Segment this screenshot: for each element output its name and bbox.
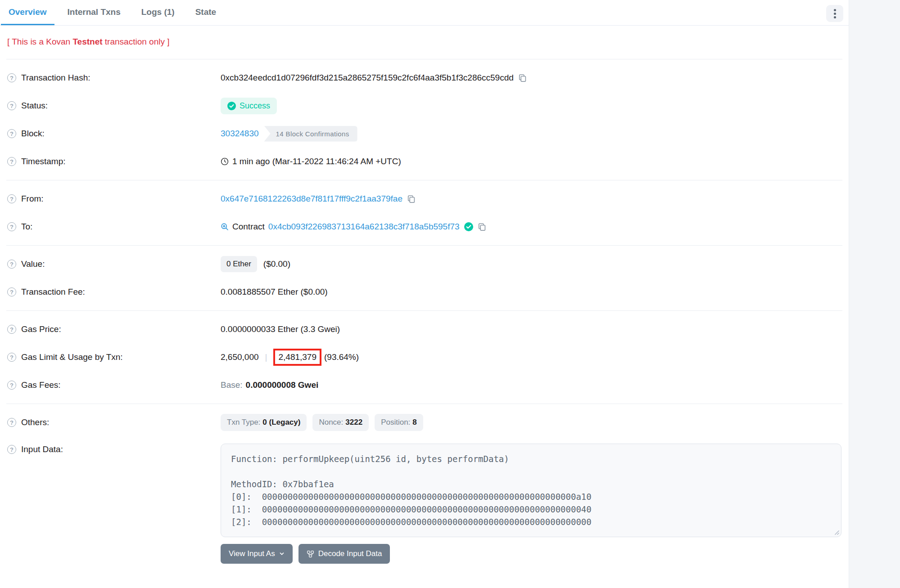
help-icon[interactable]: ?	[7, 260, 16, 269]
timestamp-value: 1 min ago (Mar-11-2022 11:46:24 AM +UTC)	[232, 157, 401, 166]
help-icon[interactable]: ?	[7, 287, 16, 296]
row-to: ? To: Contract 0x4cb093f226983713164a621…	[0, 213, 849, 241]
testnet-notice: [ This is a Kovan Testnet transaction on…	[0, 26, 849, 59]
transaction-fee-value: 0.0081885507 Ether ($0.00)	[221, 287, 328, 297]
base-fee-value: 0.000000008 Gwei	[246, 380, 319, 390]
chevron-down-icon	[279, 551, 285, 557]
txn-type-badge: Txn Type: 0 (Legacy)	[221, 414, 307, 431]
gas-fees-label: Gas Fees:	[21, 380, 61, 390]
row-timestamp: ? Timestamp: 1 min ago (Mar-11-2022 11:4…	[0, 148, 849, 175]
check-circle-icon	[227, 102, 236, 110]
ether-value-badge: 0 Ether	[221, 256, 257, 272]
separator: |	[265, 352, 267, 362]
decode-input-data-button[interactable]: Decode Input Data	[298, 544, 390, 564]
row-status: ? Status: Success	[0, 92, 849, 120]
notice-suffix: transaction only ]	[103, 37, 170, 46]
notice-prefix: [ This is a Kovan	[7, 37, 72, 46]
copy-icon	[478, 223, 486, 231]
row-block: ? Block: 30324830 14 Block Confirmations	[0, 120, 849, 148]
to-label: To:	[21, 222, 32, 232]
section-value-fee: ? Value: 0 Ether ($0.00) ? Transaction F…	[0, 246, 849, 310]
value-label: Value:	[21, 259, 45, 269]
help-icon[interactable]: ?	[7, 194, 16, 203]
section-gas: ? Gas Price: 0.0000000033 Ether (3.3 Gwe…	[0, 311, 849, 404]
copy-button[interactable]	[407, 195, 416, 203]
row-transaction-hash: ? Transaction Hash: 0xcb324eedcd1d07296f…	[0, 64, 849, 92]
transaction-fee-label: Transaction Fee:	[21, 287, 85, 297]
help-icon[interactable]: ?	[7, 129, 16, 138]
row-gas-fees: ? Gas Fees: Base: 0.000000008 Gwei	[0, 371, 849, 399]
decode-blocks-icon	[307, 550, 314, 558]
section-overview-top: ? Transaction Hash: 0xcb324eedcd1d07296f…	[0, 59, 849, 180]
kebab-icon	[834, 9, 836, 11]
help-icon[interactable]: ?	[7, 381, 16, 390]
help-icon[interactable]: ?	[7, 73, 16, 82]
transaction-hash-label: Transaction Hash:	[21, 73, 90, 83]
nonce-badge: Nonce: 3222	[312, 414, 369, 431]
status-text: Success	[240, 101, 270, 111]
tab-bar: Overview Internal Txns Logs (1) State	[0, 0, 849, 26]
row-gas-price: ? Gas Price: 0.0000000033 Ether (3.3 Gwe…	[0, 315, 849, 343]
row-value: ? Value: 0 Ether ($0.00)	[0, 250, 849, 278]
page: Overview Internal Txns Logs (1) State [ …	[0, 0, 900, 588]
help-icon[interactable]: ?	[7, 418, 16, 427]
gas-used-value: 2,481,379	[278, 352, 317, 362]
tab-internal-txns[interactable]: Internal Txns	[60, 0, 128, 25]
help-icon[interactable]: ?	[7, 325, 16, 334]
position-badge: Position: 8	[375, 414, 423, 431]
notice-bold: Testnet	[72, 37, 102, 46]
status-label: Status:	[21, 101, 48, 111]
gas-used-percent: (93.64%)	[324, 352, 359, 362]
copy-icon	[407, 195, 416, 203]
others-label: Others:	[21, 417, 49, 427]
input-data-actions: View Input As Decode Input Data	[221, 544, 841, 564]
gas-limit-value: 2,650,000	[221, 352, 259, 362]
input-data-label: Input Data:	[21, 444, 63, 454]
block-number-link[interactable]: 30324830	[221, 129, 259, 139]
timestamp-label: Timestamp:	[21, 157, 66, 166]
annotation-highlight-box: 2,481,379	[273, 349, 321, 366]
tab-logs[interactable]: Logs (1)	[134, 0, 182, 25]
verified-contract-icon	[464, 222, 473, 231]
more-options-button[interactable]	[826, 5, 843, 22]
transaction-detail-card: Overview Internal Txns Logs (1) State [ …	[0, 0, 849, 588]
section-others-input: ? Others: Txn Type: 0 (Legacy) Nonce: 32…	[0, 404, 849, 568]
view-input-as-button[interactable]: View Input As	[221, 544, 293, 564]
to-address-link[interactable]: 0x4cb093f226983713164a62138c3f718a5b595f…	[268, 222, 460, 232]
copy-button[interactable]	[518, 74, 527, 82]
input-data-text: Function: performUpkeep(uint256 id, byte…	[231, 453, 831, 528]
zoom-in-icon[interactable]	[221, 223, 229, 231]
help-icon[interactable]: ?	[7, 157, 16, 166]
from-address-link[interactable]: 0x647e7168122263d8e7f81f17fff9c2f1aa379f…	[221, 194, 403, 204]
gas-limit-label: Gas Limit & Usage by Txn:	[21, 352, 123, 362]
row-transaction-fee: ? Transaction Fee: 0.0081885507 Ether ($…	[0, 278, 849, 306]
row-others: ? Others: Txn Type: 0 (Legacy) Nonce: 32…	[0, 408, 849, 436]
gas-price-label: Gas Price:	[21, 324, 61, 334]
transaction-hash-value: 0xcb324eedcd1d07296fdf3d215a2865275f159c…	[221, 73, 514, 83]
to-contract-prefix: Contract	[232, 222, 265, 232]
block-confirmations-badge: 14 Block Confirmations	[264, 126, 357, 142]
section-addresses: ? From: 0x647e7168122263d8e7f81f17fff9c2…	[0, 180, 849, 245]
gas-price-value: 0.0000000033 Ether (3.3 Gwei)	[221, 324, 340, 334]
resize-handle-icon[interactable]	[833, 529, 840, 535]
copy-icon	[518, 74, 527, 82]
row-from: ? From: 0x647e7168122263d8e7f81f17fff9c2…	[0, 185, 849, 213]
tab-state[interactable]: State	[188, 0, 224, 25]
help-icon[interactable]: ?	[7, 353, 16, 362]
row-gas-limit-usage: ? Gas Limit & Usage by Txn: 2,650,000 | …	[0, 343, 849, 371]
clock-icon	[221, 157, 229, 166]
status-badge: Success	[221, 98, 277, 114]
help-icon[interactable]: ?	[7, 101, 16, 110]
row-input-data: ? Input Data: Function: performUpkeep(ui…	[0, 436, 849, 564]
usd-value: ($0.00)	[263, 259, 290, 269]
copy-button[interactable]	[478, 223, 486, 231]
input-data-box[interactable]: Function: performUpkeep(uint256 id, byte…	[221, 444, 841, 537]
base-fee-label: Base:	[221, 380, 243, 390]
help-icon[interactable]: ?	[7, 222, 16, 231]
tab-overview[interactable]: Overview	[1, 0, 54, 25]
block-label: Block:	[21, 129, 45, 139]
from-label: From:	[21, 194, 44, 204]
help-icon[interactable]: ?	[7, 445, 16, 454]
